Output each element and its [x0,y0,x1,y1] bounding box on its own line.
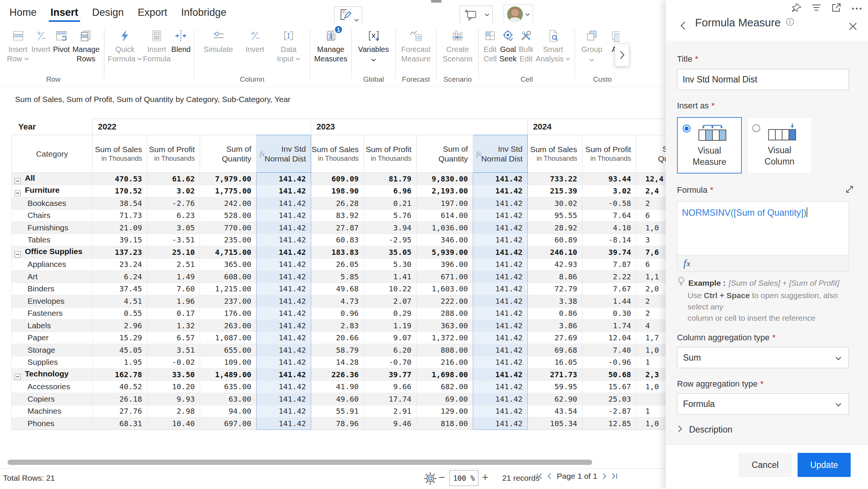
row-label-envelopes[interactable]: Envelopes [12,295,93,308]
cell[interactable]: 8.86 [528,271,582,283]
tab-export[interactable]: Export [137,3,168,23]
cell[interactable]: 0.21 [364,197,417,210]
cell[interactable]: 25.10 [147,246,200,259]
zoom-level-field[interactable]: 100 % [449,470,478,486]
add-comment-button[interactable] [460,6,493,24]
measure-header-sum-of-quantity-2023[interactable]: Sum of Quantity [417,135,473,173]
row-label-appliances[interactable]: Appliances [12,258,93,271]
cell[interactable]: 39.15 [93,234,147,246]
cell[interactable]: 1,1 [636,271,666,283]
measure-header-sum-of-sales-2024[interactable]: Sum of Salesin Thousands [528,135,582,173]
cell[interactable]: 10.40 [147,417,200,430]
cell[interactable]: 6.24 [93,271,147,283]
option-visual-column[interactable]: Visual Column [747,117,812,174]
row-label-technology[interactable]: Technology [12,369,93,381]
cell[interactable]: 141.42 [257,258,311,271]
cell[interactable]: 4.73 [311,295,364,308]
cell[interactable]: 9.66 [364,381,417,393]
cell[interactable]: 655.00 [200,344,257,356]
description-toggle[interactable]: Description [677,425,857,435]
category-column-header[interactable]: Category [12,135,93,173]
cell[interactable]: 141.42 [473,417,528,430]
ribbon-button-data-input[interactable]: DataInput [277,28,300,64]
user-menu[interactable] [504,5,533,24]
row-label-copiers[interactable]: Copiers [12,393,93,405]
ribbon-button-insert-formula[interactable]: InsertFormula [143,28,170,64]
cell[interactable]: 141.42 [473,197,528,210]
cell[interactable]: 263.00 [200,320,257,332]
cell[interactable]: 733.22 [528,173,582,185]
cell[interactable]: 58.79 [311,344,364,356]
cell[interactable]: 770.00 [200,222,257,234]
cell[interactable]: 141.42 [473,258,528,271]
cell[interactable]: 235.00 [200,234,257,246]
cell[interactable]: 3 [636,234,666,246]
cell[interactable]: 7.40 [582,344,636,356]
cell[interactable]: 49.60 [311,393,364,405]
cell[interactable]: 6.96 [364,185,417,197]
cell[interactable]: 141.42 [257,222,311,234]
cell[interactable]: 33.50 [147,369,200,381]
cell[interactable]: 608.00 [200,271,257,283]
collapse-icon[interactable] [15,190,21,196]
filter-lines-icon[interactable] [811,3,821,14]
cell[interactable]: -3.51 [147,234,200,246]
cell[interactable]: 141.42 [257,197,311,210]
cell[interactable]: 141.42 [473,271,528,283]
cell[interactable]: 42.93 [528,258,582,271]
cell[interactable]: 50.68 [582,369,636,381]
cell[interactable]: -8.14 [582,234,636,246]
edit-view-button[interactable] [334,6,362,24]
cell[interactable]: 61.62 [147,173,200,185]
row-label-furniture[interactable]: Furniture [12,185,93,197]
cell[interactable]: 246.10 [528,246,582,259]
cell[interactable]: 141.42 [473,369,528,381]
previous-page-icon[interactable] [547,473,552,480]
row-label-phones[interactable]: Phones [12,417,93,430]
year-header-2024[interactable]: 2024 [528,119,666,135]
cell[interactable]: 9,830.00 [417,173,473,185]
measure-header-sum-of-sales-2023[interactable]: Sum of Salesin Thousands [311,135,364,173]
cell[interactable]: 2,193.00 [417,185,473,197]
cell[interactable]: 2,0 [636,283,666,295]
more-options-icon[interactable] [851,5,862,12]
cell[interactable]: 1 [636,405,666,417]
cell[interactable]: 1.19 [364,320,417,332]
cell[interactable]: 215.39 [528,185,582,197]
cell[interactable]: 21.09 [93,222,147,234]
cell[interactable]: 94.00 [200,405,257,417]
cell[interactable]: 59.95 [528,381,582,393]
cell[interactable]: 141.42 [473,307,528,320]
cell[interactable]: 141.42 [473,283,528,295]
cell[interactable]: 141.42 [257,405,311,417]
cell[interactable]: 0.96 [311,307,364,320]
row-label-machines[interactable]: Machines [12,405,93,417]
ribbon-button-variables[interactable]: Variables [358,28,389,64]
ribbon-button-bulk-edit[interactable]: BulkEdit [519,28,533,64]
cell[interactable]: 2,4 [636,185,666,197]
horizontal-scrollbar[interactable] [8,460,592,465]
cell[interactable]: 141.42 [473,356,528,369]
cell[interactable]: 0.29 [364,307,417,320]
cell[interactable]: 1.95 [93,356,147,369]
cell[interactable]: 141.42 [257,417,311,430]
year-header-2022[interactable]: 2022 [93,119,311,135]
cell[interactable]: 396.00 [417,258,473,271]
cell[interactable]: 141.42 [257,381,311,393]
cell[interactable]: -0.02 [147,356,200,369]
cell[interactable]: 162.78 [93,369,147,381]
chevron-down-icon[interactable] [481,6,492,23]
cell[interactable]: 141.42 [257,283,311,295]
cell[interactable]: 808.00 [417,344,473,356]
cell[interactable]: 10.22 [364,283,417,295]
cell[interactable]: 3.02 [582,185,636,197]
cell[interactable]: 3.02 [147,185,200,197]
measure-header-sum-of-sales-2022[interactable]: Sum of Salesin Thousands [93,135,147,173]
cell[interactable]: 6 [636,258,666,271]
cell[interactable]: 78.96 [311,417,364,430]
cell[interactable]: 2 [636,295,666,308]
cell[interactable]: 141.42 [473,295,528,308]
cell[interactable]: 2.83 [311,320,364,332]
cell[interactable]: 3.38 [528,295,582,308]
cell[interactable]: 1,603.00 [417,283,473,295]
